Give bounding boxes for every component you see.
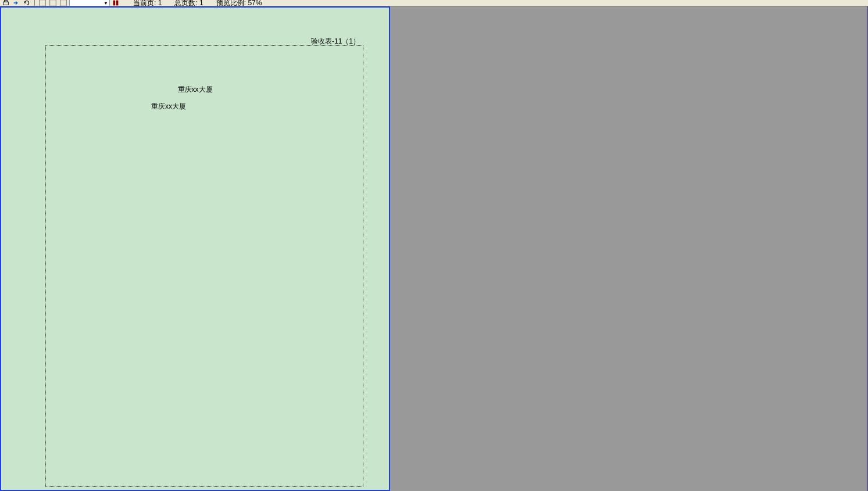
svg-rect-0 (3, 2, 9, 5)
preview-page[interactable]: 验收表-11（1） 重庆xx大厦 重庆xx大厦 (0, 6, 390, 491)
document-title-line-2: 重庆xx大厦 (151, 102, 186, 112)
content-frame (45, 45, 363, 487)
workspace: 验收表-11（1） 重庆xx大厦 重庆xx大厦 (0, 6, 868, 491)
first-page-icon[interactable] (38, 0, 47, 6)
chevron-down-icon: ▼ (103, 1, 108, 6)
svg-rect-4 (60, 0, 67, 6)
close-preview-icon[interactable] (111, 0, 120, 6)
prev-page-icon[interactable] (48, 0, 58, 6)
current-page-label: 当前页: 1 (133, 0, 162, 6)
next-page-icon[interactable] (59, 0, 68, 6)
svg-rect-6 (116, 1, 119, 6)
separator (34, 0, 35, 6)
svg-rect-1 (4, 1, 7, 2)
toolbar: ▼ 当前页: 1 总页数: 1 预览比例: 57% (0, 0, 868, 6)
svg-rect-5 (113, 1, 116, 6)
document-title-line-1: 重庆xx大厦 (1, 85, 389, 95)
export-icon[interactable] (12, 0, 21, 6)
empty-workspace-area (390, 6, 868, 491)
total-pages-label: 总页数: 1 (174, 0, 203, 6)
print-icon[interactable] (1, 0, 10, 6)
preview-ratio-label: 预览比例: 57% (216, 0, 262, 6)
svg-rect-3 (50, 0, 56, 6)
refresh-icon[interactable] (22, 0, 31, 6)
zoom-dropdown[interactable]: ▼ (69, 0, 110, 6)
svg-rect-2 (40, 0, 46, 6)
